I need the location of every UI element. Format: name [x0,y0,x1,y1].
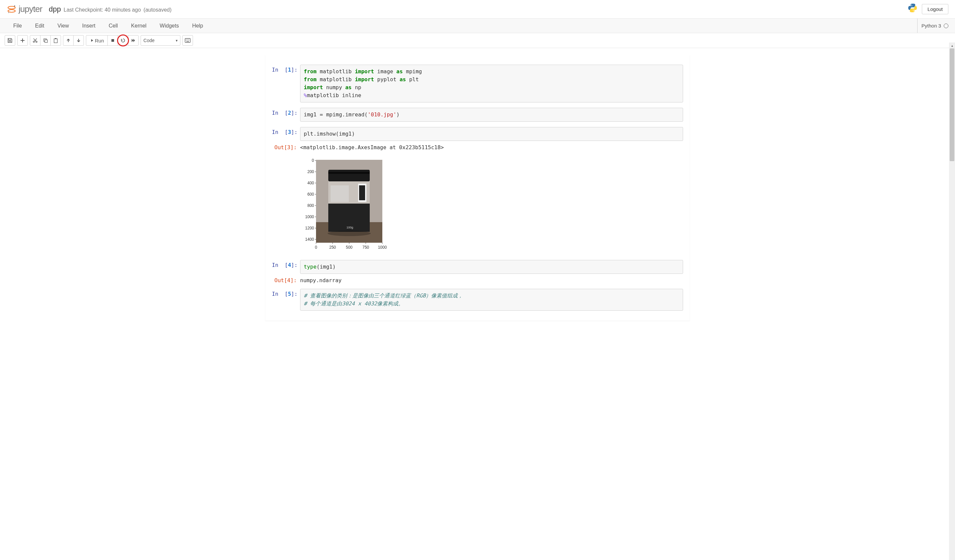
ytick: 1400 [305,237,314,242]
code-input[interactable]: # 查看图像的类别：是图像由三个通道红绿蓝（RGB）像素值组成， # 每个通道是… [300,289,683,311]
svg-point-0 [8,6,15,9]
command-palette-button[interactable] [182,35,193,46]
code-cell[interactable]: In [5]: # 查看图像的类别：是图像由三个通道红绿蓝（RGB）像素值组成，… [272,289,683,311]
kernel-status-icon [944,23,948,28]
svg-point-15 [187,39,187,40]
menu-cell[interactable]: Cell [102,19,125,33]
svg-rect-22 [186,41,189,42]
scrollbar[interactable]: ▴ [949,42,955,327]
ytick: 1000 [305,214,314,219]
restart-button[interactable] [118,35,128,46]
code-cell[interactable]: In [3]: plt.imshow(img1) [272,127,683,141]
kernel-name: Python 3 [922,23,941,28]
arrow-down-icon [76,38,81,43]
code-cell[interactable]: In [4]: type(img1) [272,260,683,274]
move-down-button[interactable] [73,35,84,46]
menu-help[interactable]: Help [185,19,210,33]
restart-run-all-button[interactable] [128,35,139,46]
svg-point-3 [8,12,9,13]
notebook: In [1]: from matplotlib import image as … [265,55,690,321]
code-cell[interactable]: In [2]: img1 = mpimg.imread('010.jpg') [272,108,683,122]
xtick: 1000 [378,245,387,250]
notebook-name[interactable]: dpp [49,5,61,14]
header: jupyter dpp Last Checkpoint: 40 minutes … [0,0,955,19]
copy-button[interactable] [40,35,51,46]
header-right: Logout [907,3,948,16]
code-input[interactable]: img1 = mpimg.imread('010.jpg') [300,108,683,122]
autosave-status: (autosaved) [144,7,172,13]
ytick: 600 [307,192,314,197]
menu-kernel[interactable]: Kernel [124,19,153,33]
cut-button[interactable] [30,35,41,46]
menu-view[interactable]: View [51,19,75,33]
menu-widgets[interactable]: Widgets [153,19,186,33]
paste-button[interactable] [50,35,61,46]
svg-rect-11 [55,38,56,39]
run-label: Run [95,38,104,44]
ytick: 800 [307,203,314,208]
run-group: Run [86,35,139,46]
svg-point-5 [914,11,914,12]
code-input[interactable]: from matplotlib import image as mpimg fr… [300,65,683,102]
svg-point-20 [188,40,188,41]
keyboard-icon [185,38,191,43]
save-button[interactable] [5,35,15,46]
xtick: 750 [362,245,369,250]
notebook-container: In [1]: from matplotlib import image as … [0,48,955,327]
restart-icon [121,38,126,43]
menu-file[interactable]: File [7,19,28,33]
checkpoint-status: Last Checkpoint: 40 minutes ago [64,7,141,13]
svg-point-32 [327,231,371,236]
move-group [63,35,84,46]
edit-group [30,35,61,46]
python-icon [907,3,918,16]
jupyter-logo-text: jupyter [19,4,42,14]
paste-icon [53,38,58,43]
scrollbar-up-icon[interactable]: ▴ [949,42,955,48]
move-up-button[interactable] [63,35,74,46]
output-cell: Out[3]: <matplotlib.image.AxesImage at 0… [272,142,683,253]
svg-point-21 [189,40,189,41]
cell-type-select[interactable]: Code [141,35,180,46]
scrollbar-thumb[interactable] [950,48,954,161]
in-prompt: In [4]: [272,260,300,274]
svg-point-16 [188,39,188,40]
menu-insert[interactable]: Insert [76,19,102,33]
svg-rect-31 [330,185,349,202]
title-area: dpp Last Checkpoint: 40 minutes ago (aut… [49,5,907,14]
menu-edit[interactable]: Edit [28,19,51,33]
svg-point-17 [189,39,189,40]
interrupt-button[interactable] [108,35,118,46]
jupyter-icon [7,4,17,14]
svg-point-2 [14,5,15,7]
stop-icon [111,39,115,42]
add-cell-button[interactable] [17,35,28,46]
in-prompt: In [1]: [272,65,300,102]
run-icon [89,39,94,42]
ytick: 0 [312,158,314,163]
svg-point-18 [186,40,186,41]
code-input[interactable]: plt.imshow(img1) [300,127,683,141]
menubar: File Edit View Insert Cell Kernel Widget… [0,19,955,33]
svg-rect-12 [111,39,114,42]
svg-rect-30 [359,185,365,200]
arrow-up-icon [66,38,70,43]
jupyter-logo[interactable]: jupyter [7,4,42,14]
logout-button[interactable]: Logout [922,4,948,14]
out-prompt: Out[4]: [272,275,300,283]
copy-icon [43,38,48,43]
code-input[interactable]: type(img1) [300,260,683,274]
ytick: 400 [307,181,314,185]
svg-rect-27 [328,170,370,181]
out-prompt: Out[3]: [272,142,300,253]
output-text: numpy.ndarray [300,275,683,283]
svg-rect-10 [54,39,57,43]
code-cell[interactable]: In [1]: from matplotlib import image as … [272,65,683,102]
svg-point-4 [911,4,911,5]
kernel-indicator[interactable]: Python 3 [917,19,948,33]
jar-label: 100g [346,226,353,229]
run-button[interactable]: Run [86,35,108,46]
svg-rect-9 [45,40,47,42]
svg-point-14 [186,39,186,40]
plot-output: 0 200 400 600 800 1000 1200 1400 [300,150,683,253]
